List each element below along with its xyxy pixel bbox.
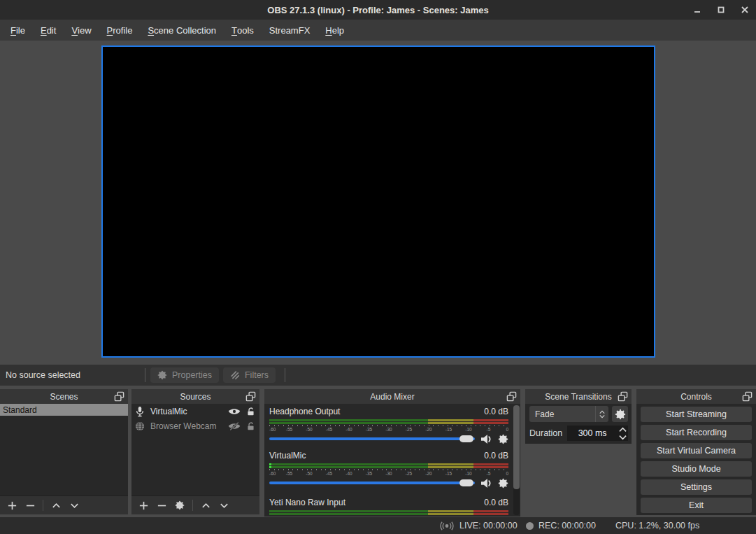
tick-label: 0 — [506, 471, 508, 476]
tick-label: -55 — [286, 516, 292, 517]
scenes-panel-title[interactable]: Scenes — [0, 389, 128, 404]
tick-label: -35 — [366, 427, 372, 432]
mixer-volume-db: 0.0 dB — [484, 451, 508, 462]
visibility-eye-slash-icon[interactable] — [228, 422, 241, 430]
preview-canvas[interactable] — [101, 45, 655, 358]
properties-button[interactable]: Properties — [150, 367, 219, 383]
add-source-button[interactable] — [134, 498, 152, 513]
maximize-button[interactable] — [717, 6, 725, 14]
menu-mnemonic: T — [231, 25, 237, 36]
visibility-eye-icon[interactable] — [228, 407, 241, 416]
lock-open-icon[interactable] — [246, 407, 255, 416]
minimize-icon — [694, 6, 701, 13]
mute-button[interactable] — [480, 478, 492, 489]
properties-label: Properties — [172, 370, 212, 380]
plus-icon — [138, 500, 149, 511]
tick-label: -60 — [269, 516, 276, 517]
duration-value: 300 ms — [567, 428, 618, 438]
mixer-scrollbar[interactable] — [513, 405, 520, 515]
title-bar[interactable]: OBS 27.1.3 (linux) - Profile: James - Sc… — [0, 0, 756, 20]
filters-label: Filters — [245, 370, 269, 380]
close-button[interactable] — [741, 6, 749, 14]
duration-increase-button[interactable] — [618, 426, 628, 433]
scene-item-standard[interactable]: Standard — [0, 404, 128, 416]
menu-edit[interactable]: Edit — [33, 20, 64, 41]
studio-mode-button[interactable]: Studio Mode — [641, 461, 752, 477]
menu-label: ile — [16, 25, 25, 36]
move-source-down-button[interactable] — [215, 498, 233, 513]
menu-tools[interactable]: Tools — [224, 20, 262, 41]
tick-label: -45 — [326, 427, 332, 432]
menu-profile[interactable]: Profile — [99, 20, 141, 41]
volume-slider[interactable] — [269, 437, 475, 440]
filters-button[interactable]: Filters — [223, 367, 276, 383]
remove-source-button[interactable] — [152, 498, 171, 513]
move-source-up-button[interactable] — [197, 498, 215, 513]
volume-slider[interactable] — [269, 482, 475, 484]
tick-label: -25 — [406, 471, 412, 476]
detach-icon — [742, 391, 753, 402]
mixer-name: Yeti Nano Raw Input — [269, 498, 345, 509]
scene-name: Standard — [3, 405, 37, 415]
duration-spinbox[interactable]: 300 ms — [567, 426, 618, 441]
move-scene-down-button[interactable] — [65, 498, 83, 513]
chevron-down-icon — [219, 500, 229, 511]
tick-label: -25 — [406, 516, 412, 517]
mixer-settings-button[interactable] — [498, 434, 508, 444]
mixer-name: Headphone Output — [269, 407, 340, 418]
menu-file[interactable]: File — [3, 20, 33, 41]
tick-label: -60 — [269, 471, 276, 476]
menu-streamfx[interactable]: StreamFX — [262, 20, 318, 41]
exit-button[interactable]: Exit — [641, 498, 752, 513]
no-source-selected-label: No source selected — [6, 370, 140, 380]
minimize-button[interactable] — [693, 6, 701, 14]
lock-open-icon[interactable] — [246, 421, 255, 431]
live-status: LIVE: 00:00:00 — [439, 517, 518, 534]
volume-controls — [269, 478, 508, 488]
slider-handle[interactable] — [459, 479, 473, 486]
mute-button[interactable] — [480, 434, 492, 444]
controls-panel-title[interactable]: Controls — [636, 389, 756, 404]
record-dot-icon — [526, 522, 534, 530]
tick-label: -10 — [465, 427, 471, 432]
tick-label: -60 — [269, 427, 276, 432]
source-properties-button[interactable] — [171, 498, 189, 513]
tick-label: 0 — [506, 516, 508, 517]
tick-label: -10 — [465, 516, 471, 517]
sources-panel-title[interactable]: Sources — [131, 389, 259, 404]
scene-transitions-panel-title[interactable]: Scene Transitions — [525, 389, 632, 404]
cpu-fps-status: CPU: 1.2%, 30.00 fps — [615, 517, 699, 534]
transition-properties-button[interactable] — [612, 406, 628, 422]
duration-decrease-button[interactable] — [618, 433, 628, 441]
add-scene-button[interactable] — [3, 498, 21, 513]
source-item-browser-webcam[interactable]: Browser Webcam — [131, 419, 259, 433]
meter-scale: -60-55-50-45-40-35-30-25-20-15-10-50 — [269, 516, 508, 517]
scrollbar-thumb[interactable] — [513, 405, 520, 489]
menu-view[interactable]: View — [64, 20, 99, 41]
remove-scene-button[interactable] — [21, 498, 39, 513]
menu-mnemonic: F — [10, 25, 16, 36]
tick-label: -10 — [465, 471, 471, 476]
mixer-volume-db: 0.0 dB — [484, 498, 508, 509]
settings-button[interactable]: Settings — [641, 479, 752, 495]
start-recording-button[interactable]: Start Recording — [641, 425, 752, 440]
source-item-virtualmic[interactable]: VirtualMic — [131, 404, 259, 419]
scene-transitions-panel: Scene Transitions Fade Duration 300 ms — [525, 389, 632, 444]
tick-label: -45 — [326, 516, 332, 517]
move-scene-up-button[interactable] — [47, 498, 65, 513]
mixer-settings-button[interactable] — [498, 478, 508, 489]
menu-label: elp — [332, 25, 344, 36]
start-virtual-camera-button[interactable]: Start Virtual Camera — [641, 443, 752, 458]
audio-mixer-title-label: Audio Mixer — [370, 392, 414, 402]
start-streaming-button[interactable]: Start Streaming — [641, 407, 752, 422]
menu-scene-collection[interactable]: Scene Collection — [140, 20, 224, 41]
slider-handle[interactable] — [459, 435, 473, 442]
sources-toolbar — [131, 496, 259, 514]
tick-label: -35 — [366, 516, 372, 517]
tick-label: -40 — [345, 516, 352, 517]
source-toolbar: No source selected Properties Filters — [0, 365, 756, 386]
menu-help[interactable]: Help — [318, 20, 352, 41]
toolbar-separator — [43, 500, 43, 511]
audio-mixer-panel-title[interactable]: Audio Mixer — [264, 389, 520, 404]
transition-select[interactable]: Fade — [529, 406, 608, 422]
